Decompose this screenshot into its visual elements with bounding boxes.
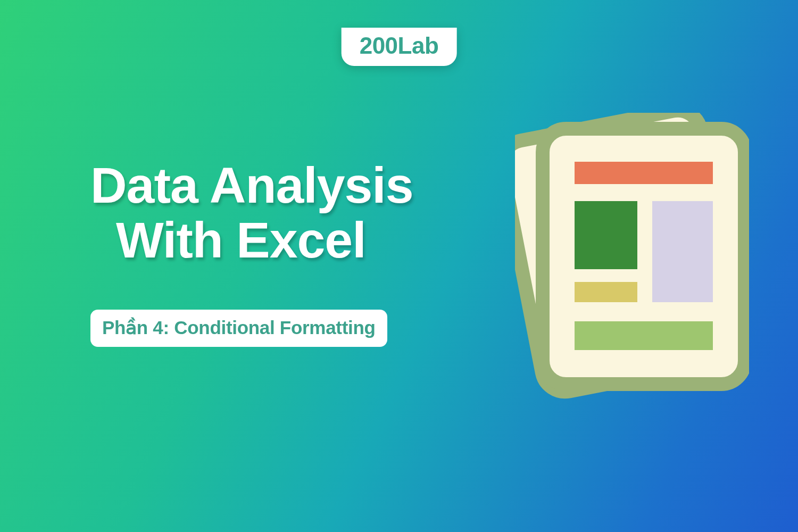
svg-rect-2 (575, 162, 713, 184)
svg-rect-6 (575, 321, 713, 350)
svg-rect-3 (575, 201, 637, 269)
headline-line-1: Data Analysis (90, 158, 413, 213)
svg-rect-5 (575, 282, 637, 302)
headline: Data Analysis With Excel (90, 158, 413, 267)
brand-logo-text: 200Lab (360, 34, 439, 57)
logo-badge: 200Lab (342, 28, 457, 66)
subtitle-text: Phần 4: Conditional Formatting (102, 317, 376, 338)
subtitle-pill: Phần 4: Conditional Formatting (90, 310, 387, 347)
headline-line-2: With Excel (90, 213, 413, 268)
svg-rect-4 (652, 201, 713, 302)
document-illustration-icon (515, 113, 749, 405)
thumbnail-canvas: 200Lab Data Analysis With Excel Phần 4: … (0, 0, 798, 532)
content-wrap: 200Lab Data Analysis With Excel Phần 4: … (41, 28, 757, 504)
